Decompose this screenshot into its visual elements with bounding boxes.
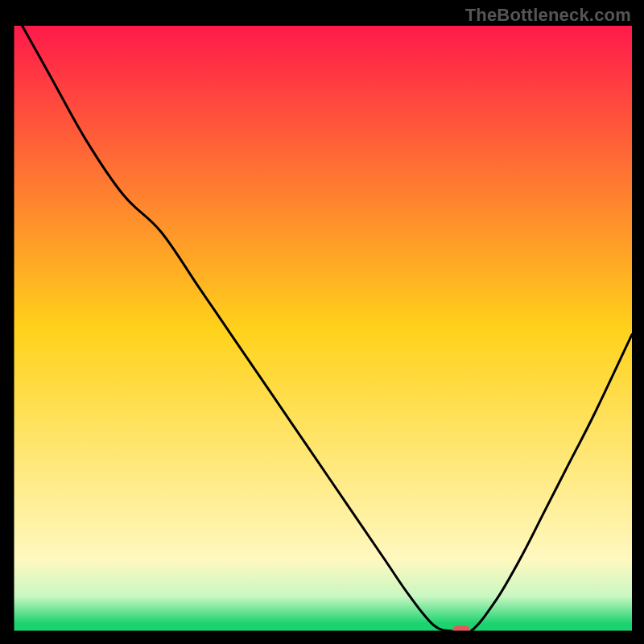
plot-svg bbox=[12, 26, 632, 633]
chart-frame: TheBottleneck.com bbox=[0, 0, 644, 644]
watermark-text: TheBottleneck.com bbox=[465, 5, 631, 26]
gradient-background bbox=[12, 26, 632, 633]
plot-area bbox=[12, 26, 632, 633]
green-band bbox=[12, 623, 632, 631]
